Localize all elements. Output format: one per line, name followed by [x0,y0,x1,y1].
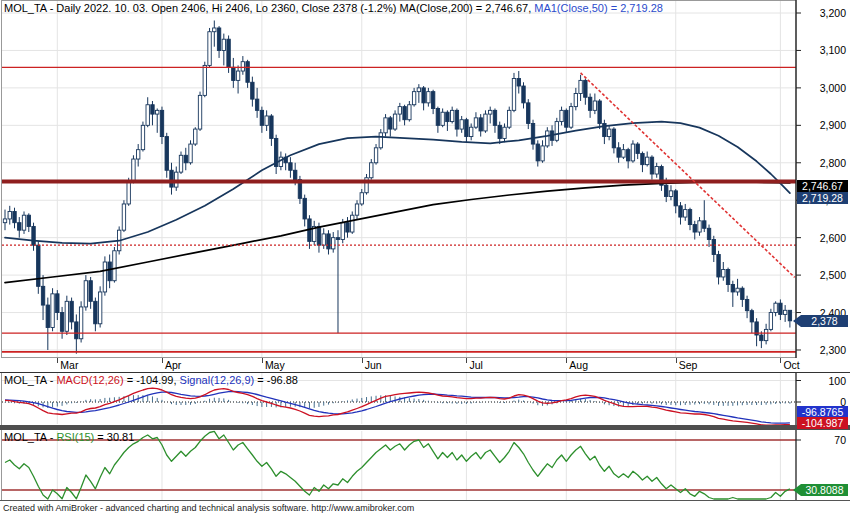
last-price-badge: 2,378 [801,315,848,327]
panel-separator [0,425,850,430]
ma50-value-badge: 2,719.28 [797,192,848,204]
month-label: Sep [679,359,698,371]
footer-credit: Created with AmiBroker - advanced charti… [3,503,414,513]
macd-title-segment: MACD(12,26) [56,374,123,386]
macd-title-segment: = -96.88 [254,374,298,386]
rsi-title-segment: RSI(15) [56,431,94,443]
price-title-segment: MOL_TA - Daily 2022. 10. 03. Open 2406, … [4,2,534,14]
month-label: Jul [469,359,482,371]
price-title: MOL_TA - Daily 2022. 10. 03. Open 2406, … [4,2,663,14]
chart-window: MOL_TA - Daily 2022. 10. 03. Open 2406, … [0,0,850,520]
price-axis-label: 2,900 [800,119,846,131]
month-tick [262,358,263,363]
macd-axis-label: 100 [800,375,846,387]
price-axis-label: 2,800 [800,157,846,169]
month-tick [780,358,781,363]
price-axis-label: 3,100 [800,44,846,56]
month-label: Mar [60,359,78,371]
month-tick [466,358,467,363]
price-axis-label: 2,600 [800,232,846,244]
macd-title: MOL_TA - MACD(12,26) = -104.99, Signal(1… [4,374,298,386]
month-label: Oct [783,359,799,371]
macd-title-segment: = -104.99, [124,374,180,386]
month-label: Aug [569,359,588,371]
macd-title-segment: Signal(12,26,9) [180,374,255,386]
month-label: May [265,359,285,371]
rsi-title-segment: = 30.81 [94,431,134,443]
rsi-title-segment: MOL_TA - [4,431,56,443]
month-tick [676,358,677,363]
ma200-value-badge: 2,746.67 [797,180,848,192]
month-tick [566,358,567,363]
price-axis-label: 2,500 [800,269,846,281]
rsi-panel-border [0,500,850,501]
price-chart[interactable] [0,0,850,358]
macd-value-badge: -104.987 [797,417,848,429]
price-axis-label: 2,300 [800,344,846,356]
rsi-value-badge: 30.8088 [801,484,848,496]
price-axis-label: 3,200 [800,7,846,19]
month-tick [362,358,363,363]
month-tick [162,358,163,363]
month-tick [57,358,58,363]
rsi-axis-label: 70 [800,434,846,446]
price-axis-label: 3,000 [800,82,846,94]
month-label: Jun [365,359,382,371]
rsi-title: MOL_TA - RSI(15) = 30.81 [4,431,134,443]
month-label: Apr [165,359,181,371]
x-axis-strip: MarAprMayJunJulAugSepOct [0,358,850,373]
price-title-segment: MA1(Close,50) = 2,719.28 [534,2,663,14]
macd-title-segment: MOL_TA - [4,374,56,386]
